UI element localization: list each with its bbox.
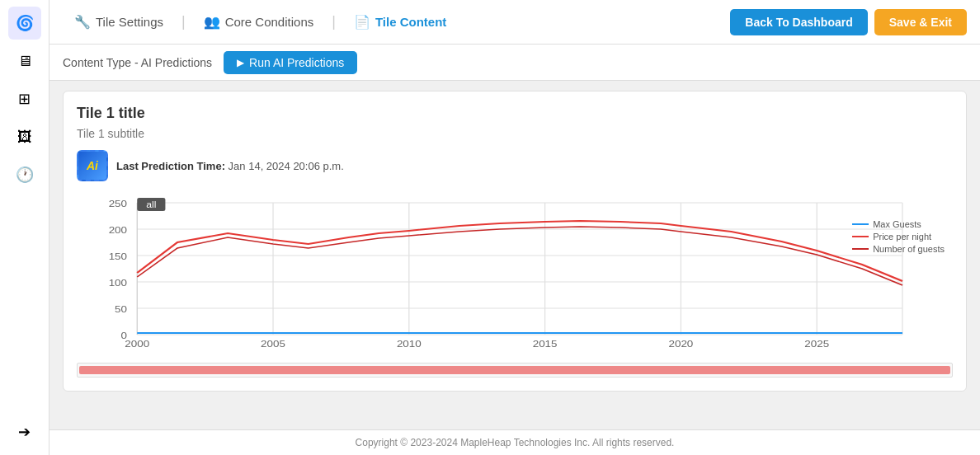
svg-text:200: 200 xyxy=(109,225,128,236)
logo-icon: 🌀 xyxy=(16,14,34,32)
prediction-time-text: Last Prediction Time: Jan 14, 2024 20:06… xyxy=(116,160,344,172)
content-type-label: Content Type - AI Predictions xyxy=(63,56,212,69)
back-to-dashboard-button[interactable]: Back To Dashboard xyxy=(730,9,867,35)
chart-legend: Max Guests Price per night Number of gue… xyxy=(852,219,945,256)
prediction-value: Jan 14, 2024 20:06 p.m. xyxy=(229,160,344,172)
tab-tile-settings[interactable]: 🔧 Tile Settings xyxy=(63,9,175,35)
image-icon: 🖼 xyxy=(17,129,32,146)
sidebar-icon-grid[interactable]: ⊞ xyxy=(8,82,41,115)
sub-toolbar: Content Type - AI Predictions ▶ Run AI P… xyxy=(49,45,980,81)
sidebar-icon-image[interactable]: 🖼 xyxy=(8,120,41,153)
svg-text:2005: 2005 xyxy=(261,339,285,349)
tab-tile-settings-label: Tile Settings xyxy=(96,15,163,29)
sidebar-icon-arrow[interactable]: ➔ xyxy=(8,415,41,448)
ai-prediction-row: Ai Last Prediction Time: Jan 14, 2024 20… xyxy=(77,150,953,181)
svg-text:150: 150 xyxy=(109,251,128,262)
grid-icon: ⊞ xyxy=(18,90,31,108)
sidebar-icon-dashboard[interactable]: 🖥 xyxy=(8,45,41,77)
svg-text:2015: 2015 xyxy=(533,339,558,349)
wrench-icon: 🔧 xyxy=(74,14,91,30)
tile-card: Tile 1 title Tile 1 subtitle Ai Last Pre… xyxy=(63,91,967,392)
tab-tile-content[interactable]: 📄 Tile Content xyxy=(342,9,458,35)
svg-text:2010: 2010 xyxy=(397,339,422,349)
chart-container: 0 50 100 150 200 250 all 2000 2005 2010 … xyxy=(77,195,953,359)
main-area: 🔧 Tile Settings | 👥 Core Conditions | 📄 … xyxy=(49,0,980,455)
legend-label-max-guests: Max Guests xyxy=(873,219,921,229)
prediction-label: Last Prediction Time: xyxy=(116,160,225,172)
tab-core-conditions[interactable]: 👥 Core Conditions xyxy=(192,9,326,35)
footer-text: Copyright © 2023-2024 MapleHeap Technolo… xyxy=(356,437,675,448)
svg-text:2000: 2000 xyxy=(125,339,149,349)
svg-text:2020: 2020 xyxy=(668,339,693,349)
run-button-label: Run AI Predictions xyxy=(249,56,344,69)
nav-divider-1: | xyxy=(181,13,186,30)
svg-text:50: 50 xyxy=(115,304,127,315)
arrow-right-icon: ➔ xyxy=(18,423,31,441)
play-icon: ▶ xyxy=(237,57,244,68)
people-icon: 👥 xyxy=(204,14,220,30)
save-and-exit-button[interactable]: Save & Exit xyxy=(874,9,967,35)
footer: Copyright © 2023-2024 MapleHeap Technolo… xyxy=(49,429,980,455)
ai-badge: Ai xyxy=(77,150,108,181)
chart-scrollbar[interactable] xyxy=(77,363,953,378)
legend-item-price-per-night: Price per night xyxy=(852,232,945,242)
legend-line-price-per-night xyxy=(852,236,869,237)
legend-line-number-of-guests xyxy=(852,248,869,250)
tab-tile-content-label: Tile Content xyxy=(375,15,446,29)
run-ai-predictions-button[interactable]: ▶ Run AI Predictions xyxy=(224,51,357,74)
legend-label-price-per-night: Price per night xyxy=(873,232,931,242)
legend-item-max-guests: Max Guests xyxy=(852,219,945,229)
legend-line-max-guests xyxy=(852,223,869,225)
chart-svg: 0 50 100 150 200 250 all 2000 2005 2010 … xyxy=(77,195,953,359)
svg-text:2025: 2025 xyxy=(804,339,829,349)
tab-core-conditions-label: Core Conditions xyxy=(225,15,314,29)
sidebar-icon-logo[interactable]: 🌀 xyxy=(8,7,41,40)
scrollbar-thumb[interactable] xyxy=(79,366,950,374)
top-navigation: 🔧 Tile Settings | 👥 Core Conditions | 📄 … xyxy=(49,0,980,45)
nav-divider-2: | xyxy=(332,13,336,30)
legend-label-number-of-guests: Number of guests xyxy=(873,244,945,254)
svg-text:100: 100 xyxy=(109,278,128,288)
content-area: Tile 1 title Tile 1 subtitle Ai Last Pre… xyxy=(49,81,980,429)
tile-subtitle: Tile 1 subtitle xyxy=(77,127,953,140)
sidebar-icon-clock[interactable]: 🕐 xyxy=(8,158,41,191)
document-icon: 📄 xyxy=(354,14,370,30)
svg-text:all: all xyxy=(146,200,156,209)
tile-title: Tile 1 title xyxy=(77,105,953,122)
dashboard-icon: 🖥 xyxy=(17,53,32,70)
legend-item-number-of-guests: Number of guests xyxy=(852,244,945,254)
clock-icon: 🕐 xyxy=(16,166,34,184)
sidebar: 🌀 🖥 ⊞ 🖼 🕐 ➔ xyxy=(0,0,49,455)
svg-text:250: 250 xyxy=(109,199,128,209)
